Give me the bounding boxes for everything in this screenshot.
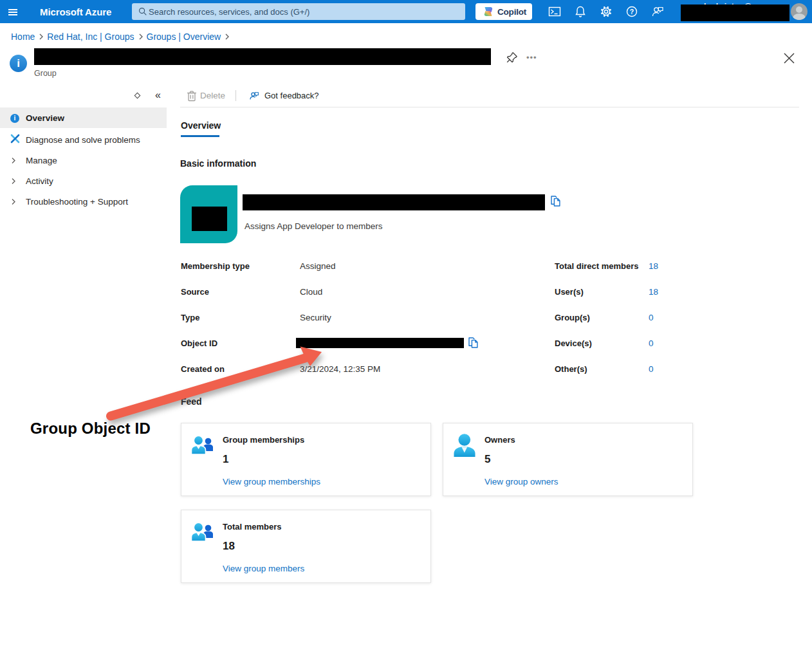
svg-text:?: ? [630, 8, 634, 15]
